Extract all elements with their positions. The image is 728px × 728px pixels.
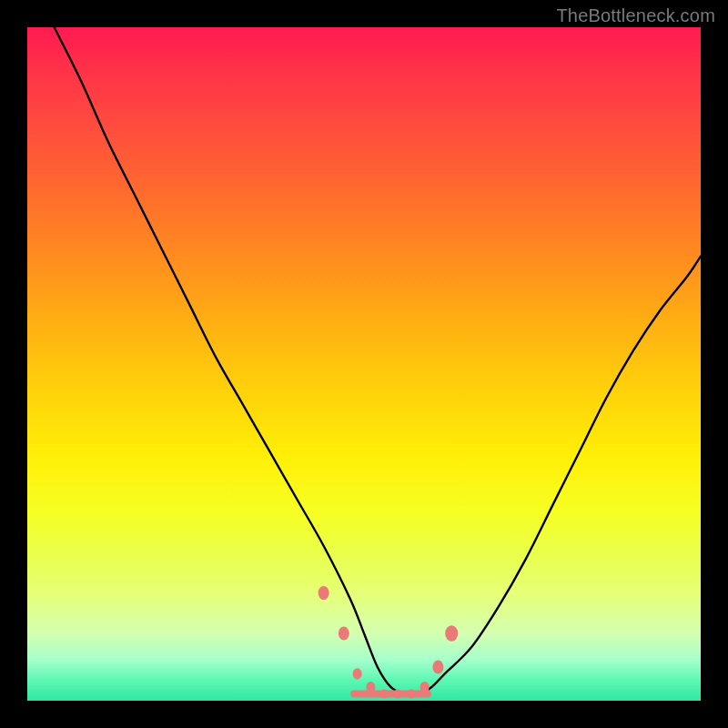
chart-svg — [27, 27, 701, 701]
marker-point — [318, 586, 329, 600]
chart-frame: TheBottleneck.com — [0, 0, 728, 728]
flat-region-bar — [350, 691, 431, 698]
bottleneck-curve — [55, 27, 701, 694]
watermark-text: TheBottleneck.com — [556, 5, 715, 26]
marker-point — [353, 668, 362, 680]
marker-point — [394, 690, 401, 699]
marker-point — [420, 682, 430, 693]
marker-point — [339, 627, 349, 641]
marker-point — [366, 682, 375, 693]
marker-point — [432, 661, 443, 674]
marker-point — [408, 690, 415, 699]
marker-point — [380, 690, 388, 699]
plot-area — [27, 27, 701, 701]
marker-point — [445, 625, 458, 642]
